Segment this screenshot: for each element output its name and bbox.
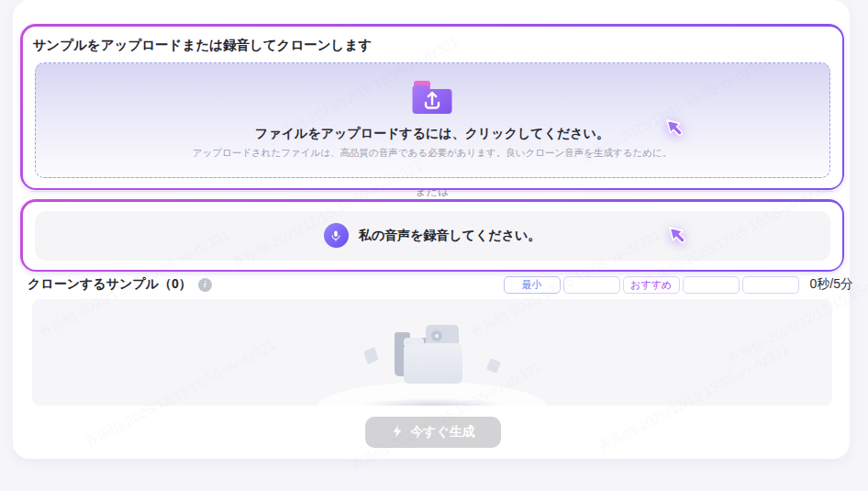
lightning-bolt-icon [391,425,404,441]
clone-sample-section-inner: サンプルをアップロードまたは録音してクローンします [23,27,842,188]
segment-label: 最小 [522,278,542,292]
clone-sample-section: サンプルをアップロードまたは録音してクローンします [20,24,844,190]
upload-requirement-note: アップロードされたファイルは、高品質の音声である必要があります。良いクローン音声… [193,147,672,160]
record-section-inner: 私の音声を録音してください。 [23,202,842,270]
record-voice-button[interactable]: 私の音声を録音してください。 [35,211,830,261]
duration-progress-bar: 最小 おすすめ 0秒/5分 [504,276,853,294]
paper-scrap-left [363,347,379,365]
progress-segment [742,276,799,294]
progress-segment-minimum: 最小 [504,276,561,294]
samples-title-group: クローンするサンプル（0） [28,276,212,293]
cursor-arrow-icon [662,116,686,143]
upload-dropzone[interactable]: ファイルをアップロードするには、クリックしてください。 アップロードされたファイ… [35,62,830,178]
paper-scrap-right [486,358,501,374]
samples-empty-area [32,299,832,406]
samples-title: クローンするサンプル（0） [28,276,192,293]
generate-button[interactable]: 今すぐ生成 [365,417,501,448]
segment-label: おすすめ [630,278,672,292]
empty-state-illustration [382,321,483,404]
progress-segment [683,276,740,294]
progress-segment [563,276,620,294]
empty-folder-front [404,343,462,384]
progress-segment-recommended: おすすめ [623,276,680,294]
samples-header-row: クローンするサンプル（0） 最小 おすすめ 0秒/5分 [28,274,853,295]
duration-counter: 0秒/5分 [810,276,853,293]
microphone-icon [324,223,349,248]
folder-shadow [359,398,506,406]
cursor-arrow-icon [665,223,689,251]
record-section: 私の音声を録音してください。 [20,199,844,272]
upload-folder-icon [411,81,453,119]
generate-button-label: 今すぐ生成 [410,424,475,441]
info-icon[interactable] [198,278,212,292]
record-label: 私の音声を録音してください。 [359,228,541,244]
section-title: サンプルをアップロードまたは録音してクローンします [33,37,373,54]
upload-instruction: ファイルをアップロードするには、クリックしてください。 [255,126,609,142]
